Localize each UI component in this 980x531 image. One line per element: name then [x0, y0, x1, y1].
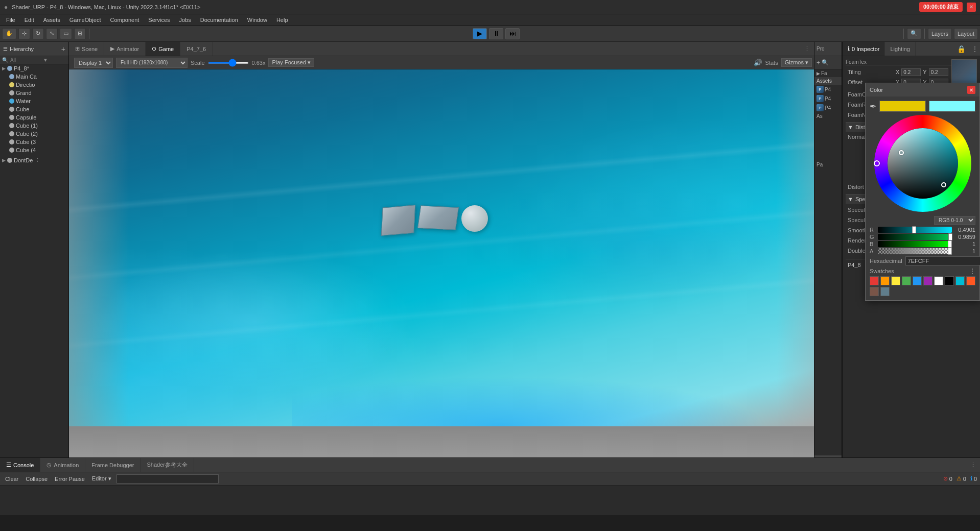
g-slider-track[interactable] — [878, 234, 952, 240]
color-picker-close[interactable]: ✕ — [967, 86, 975, 94]
swatch-green[interactable] — [902, 276, 911, 285]
color-old-swatch[interactable] — [879, 101, 926, 112]
assets-fa[interactable]: ▶ Fa — [814, 69, 842, 77]
toolbar-hand[interactable]: ✋ — [2, 28, 16, 39]
editor-button[interactable]: Editor ▾ — [90, 475, 113, 482]
swatch-grey[interactable] — [880, 287, 890, 296]
menu-gameobject[interactable]: GameObject — [65, 16, 105, 24]
hier-item-cube4[interactable]: Cube (4 — [0, 146, 68, 154]
assets-add-icon[interactable]: + — [816, 59, 820, 66]
assets-search-icon[interactable]: 🔍 — [822, 59, 829, 66]
swatch-red[interactable] — [870, 276, 879, 285]
viewport[interactable] — [69, 69, 814, 457]
collapse-button[interactable]: Collapse — [24, 475, 50, 482]
hier-item-directional[interactable]: Directio — [0, 81, 68, 89]
menu-component[interactable]: Component — [106, 16, 143, 24]
b-slider-track[interactable] — [878, 241, 952, 247]
layout-dropdown[interactable]: Layout — [954, 28, 978, 39]
pause-button[interactable]: ⏸ — [489, 28, 503, 39]
assets-p4c[interactable]: P P4 — [814, 103, 842, 112]
swatch-brown[interactable] — [870, 287, 879, 296]
errorpause-button[interactable]: Error Pause — [53, 475, 87, 482]
assets-p4b[interactable]: P P4 — [814, 94, 842, 103]
hier-item-grand[interactable]: Grand — [0, 89, 68, 97]
inspector-more[interactable]: ⋮ — [970, 42, 980, 56]
toolbar-rotate[interactable]: ↻ — [32, 28, 44, 39]
tab-inspector[interactable]: ℹ 0 Inspector — [843, 42, 885, 56]
tab-animator[interactable]: ▶ Animator — [104, 42, 146, 56]
hier-item-maincam[interactable]: Main Ca — [0, 73, 68, 81]
swatch-white[interactable] — [934, 276, 943, 285]
tab-animation[interactable]: ◷ Animation — [40, 458, 85, 472]
hier-item-water[interactable]: Water — [0, 97, 68, 105]
eyedropper-icon[interactable]: ✒ — [870, 102, 876, 111]
hier-item-dontdestroy[interactable]: ▶ DontDe ⋮ — [0, 156, 68, 164]
tiling1-y-input[interactable] — [929, 68, 948, 76]
display-select[interactable]: Display 1 — [74, 58, 113, 68]
swatch-deep-orange[interactable] — [966, 276, 975, 285]
swatch-blue[interactable] — [913, 276, 922, 285]
a-slider-track[interactable] — [878, 248, 952, 254]
search-icon[interactable]: 🔍 — [907, 28, 921, 39]
tab-framedebugger[interactable]: Frame Debugger — [85, 458, 141, 472]
menu-documentation[interactable]: Documentation — [196, 16, 242, 24]
hier-item-cube[interactable]: Cube — [0, 105, 68, 113]
layers-dropdown[interactable]: Layers — [928, 28, 952, 39]
menu-edit[interactable]: Edit — [20, 16, 38, 24]
hier-item-cube1[interactable]: Cube (1) — [0, 122, 68, 130]
gizmos-btn[interactable]: Gizmos ▾ — [781, 58, 812, 67]
scale-slider[interactable] — [208, 62, 249, 64]
assets-pa[interactable]: Pa — [814, 161, 842, 168]
toolbar-transform[interactable]: ⊞ — [74, 28, 86, 39]
resolution-select[interactable]: Full HD (1920x1080) — [116, 58, 188, 68]
swatch-orange[interactable] — [880, 276, 890, 285]
timer-button[interactable]: 00:00:00 结束 — [919, 2, 963, 12]
stats-btn[interactable]: Stats — [765, 60, 778, 66]
play-focused-btn[interactable]: Play Focused ▾ — [268, 58, 314, 67]
color-mode-select[interactable]: RGB 0-1.0 RGB 0-255 HSV — [934, 216, 975, 225]
assets-assets[interactable]: Assets — [814, 77, 842, 85]
tab-p4[interactable]: P4_7_6 — [180, 42, 213, 56]
menu-assets[interactable]: Assets — [39, 16, 64, 24]
menu-file[interactable]: File — [2, 16, 19, 24]
toolbar-scale[interactable]: ⤡ — [46, 28, 58, 39]
hex-input[interactable] — [905, 256, 980, 266]
assets-as[interactable]: As — [814, 112, 842, 120]
tab-game[interactable]: ⊙ Game — [146, 42, 180, 56]
mute-btn[interactable]: 🔊 — [754, 59, 762, 66]
bottom-tabs-more[interactable]: ⋮ — [966, 458, 980, 472]
console-search-input[interactable] — [116, 474, 219, 484]
resize-bar[interactable] — [814, 455, 842, 457]
swatch-black[interactable] — [945, 276, 954, 285]
hier-item-root[interactable]: ▶ P4_8* — [0, 64, 68, 73]
swatches-more[interactable]: ⋮ — [969, 268, 975, 275]
tab-lighting[interactable]: Lighting — [885, 42, 916, 56]
menu-jobs[interactable]: Jobs — [175, 16, 195, 24]
color-new-swatch[interactable] — [929, 101, 975, 112]
r-slider-track[interactable] — [878, 227, 952, 233]
hier-item-cube2[interactable]: Cube (2) — [0, 130, 68, 138]
hier-item-capsule[interactable]: Capsule — [0, 113, 68, 122]
clear-button[interactable]: Clear — [3, 475, 20, 482]
tiling1-x-input[interactable] — [901, 68, 921, 76]
swatch-cyan[interactable] — [955, 276, 965, 285]
hier-item-cube3[interactable]: Cube (3 — [0, 138, 68, 146]
assets-p4a[interactable]: P P4 — [814, 85, 842, 94]
tab-options[interactable]: ⋮ — [800, 42, 814, 56]
tab-console[interactable]: ☰ Console — [0, 458, 40, 472]
sv-square[interactable] — [888, 128, 958, 199]
hierarchy-search-input[interactable] — [10, 57, 41, 63]
hierarchy-add[interactable]: + — [61, 45, 65, 53]
tab-shader-ref[interactable]: Shader参考大全 — [141, 458, 194, 472]
menu-window[interactable]: Window — [243, 16, 271, 24]
play-button[interactable]: ▶ — [473, 28, 487, 39]
toolbar-move[interactable]: ⊹ — [18, 28, 30, 39]
tab-scene[interactable]: ⊞ Scene — [69, 42, 104, 56]
swatch-yellow[interactable] — [891, 276, 900, 285]
close-button[interactable]: ✕ — [967, 3, 976, 12]
toolbar-rect[interactable]: ▭ — [60, 28, 72, 39]
menu-help[interactable]: Help — [272, 16, 292, 24]
color-wheel-area[interactable] — [874, 115, 971, 212]
menu-services[interactable]: Services — [144, 16, 174, 24]
swatch-purple[interactable] — [923, 276, 932, 285]
